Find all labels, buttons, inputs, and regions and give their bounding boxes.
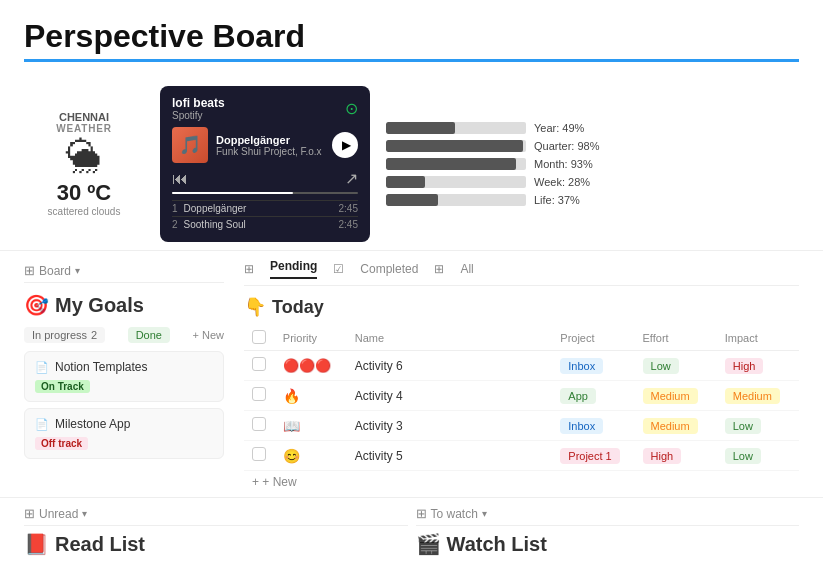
weather-city: CHENNAI — [59, 111, 109, 123]
row-priority: 😊 — [275, 441, 347, 471]
progress-bar-week-bg — [386, 176, 526, 188]
goal-doc-icon: 📄 — [35, 418, 49, 431]
spotify-art-row: 🎵 Doppelgänger Funk Shui Project, F.o.x … — [172, 127, 358, 163]
goals-title-text: My Goals — [55, 294, 144, 317]
read-list-icon: 📕 — [24, 532, 49, 556]
list-item: 1 Doppelgänger 2:45 — [172, 200, 358, 216]
sidebar: ⊞ Board ▾ 🎯 My Goals In progress 2 Done … — [24, 259, 224, 493]
impact-tag: High — [725, 358, 764, 374]
tabs-row: ⊞ Pending ☑ Completed ⊞ All — [244, 259, 799, 286]
music-note-icon: 🎵 — [179, 134, 201, 156]
new-goal-button[interactable]: + New — [192, 329, 224, 341]
spotify-current-artist: Funk Shui Project, F.o.x — [216, 146, 324, 157]
sidebar-header: ⊞ Board ▾ — [24, 259, 224, 283]
row-checkbox[interactable] — [252, 387, 266, 401]
row-name[interactable]: Activity 4 — [347, 381, 553, 411]
tab-all[interactable]: All — [460, 262, 473, 276]
row-project: Inbox — [552, 411, 634, 441]
row-priority: 📖 — [275, 411, 347, 441]
progress-label-year: Year: 49% — [534, 122, 614, 134]
tasks-area: ⊞ Pending ☑ Completed ⊞ All 👇 Today Prio… — [244, 259, 799, 493]
effort-tag: High — [643, 448, 682, 464]
track-time: 2:45 — [339, 219, 358, 230]
row-impact: Medium — [717, 381, 799, 411]
spotify-tracklist: 1 Doppelgänger 2:45 2 Soothing Soul 2:45 — [172, 200, 358, 232]
in-progress-count: 2 — [91, 329, 97, 341]
progress-bar-year-fill — [386, 122, 455, 134]
track-number: 2 — [172, 219, 178, 230]
row-project: Inbox — [552, 351, 634, 381]
priority-indicator: 🔥 — [283, 388, 300, 404]
row-impact: Low — [717, 441, 799, 471]
row-checkbox[interactable] — [252, 447, 266, 461]
new-label: + New — [262, 475, 296, 489]
row-checkbox[interactable] — [252, 357, 266, 371]
weather-icon: 🌦 — [66, 136, 102, 178]
goal-name: Milestone App — [55, 417, 130, 431]
today-label: Today — [272, 297, 324, 318]
activities-table: Priority Name Project Effort Impact — [244, 326, 799, 471]
watch-list-icon: 🎬 — [416, 532, 441, 556]
unread-label: Unread — [39, 507, 78, 521]
read-list-header: ⊞ Unread ▾ — [24, 506, 408, 526]
priority-indicator: 🔴🔴🔴 — [283, 358, 331, 373]
effort-col-label: Effort — [643, 332, 669, 344]
completed-tab-icon: ☑ — [333, 262, 344, 276]
spotify-progress-fill — [172, 192, 293, 194]
goals-status-row: In progress 2 Done + New — [24, 327, 224, 343]
row-name[interactable]: Activity 3 — [347, 411, 553, 441]
goal-item-notion: 📄 Notion Templates On Track — [24, 351, 224, 402]
status-badge: Off track — [35, 437, 88, 450]
impact-col-label: Impact — [725, 332, 758, 344]
spotify-progress-bar — [172, 192, 358, 194]
row-project: Project 1 — [552, 441, 634, 471]
tab-completed[interactable]: Completed — [360, 262, 418, 276]
tab-pending[interactable]: Pending — [270, 259, 317, 279]
weather-temp: 30 ºC — [57, 180, 112, 206]
weather-label: WEATHER — [56, 123, 111, 134]
spotify-current-track: Doppelgänger — [216, 134, 324, 146]
watch-list-section: ⊞ To watch ▾ 🎬 Watch List — [416, 506, 800, 564]
play-icon: ▶ — [342, 138, 351, 152]
progress-row-life: Life: 37% — [386, 194, 646, 206]
spotify-play-button[interactable]: ▶ — [332, 132, 358, 158]
progress-widget: Year: 49% Quarter: 98% Month: 93% Week: … — [386, 122, 646, 206]
row-name[interactable]: Activity 6 — [347, 351, 553, 381]
read-list-section: ⊞ Unread ▾ 📕 Read List Read? Title — [24, 506, 408, 564]
progress-bar-life-bg — [386, 194, 526, 206]
impact-tag: Medium — [725, 388, 780, 404]
project-tag: Project 1 — [560, 448, 619, 464]
project-col-label: Project — [560, 332, 594, 344]
effort-tag: Medium — [643, 388, 698, 404]
table-icon: ⊞ — [24, 506, 35, 521]
top-widgets-row: CHENNAI WEATHER 🌦 30 ºC scattered clouds… — [0, 78, 823, 251]
track-name: Soothing Soul — [184, 219, 339, 230]
row-checkbox[interactable] — [252, 417, 266, 431]
row-priority: 🔴🔴🔴 — [275, 351, 347, 381]
row-effort: High — [635, 441, 717, 471]
prev-icon[interactable]: ⏮ — [172, 170, 188, 188]
col-header-priority: Priority — [275, 326, 347, 351]
progress-label-life: Life: 37% — [534, 194, 614, 206]
table-row: 😊 Activity 5 Project 1 High Low — [244, 441, 799, 471]
main-content: ⊞ Board ▾ 🎯 My Goals In progress 2 Done … — [0, 259, 823, 493]
track-name: Doppelgänger — [184, 203, 339, 214]
project-tag: Inbox — [560, 418, 603, 434]
table-row: 📖 Activity 3 Inbox Medium Low — [244, 411, 799, 441]
row-project: App — [552, 381, 634, 411]
goal-doc-icon: 📄 — [35, 361, 49, 374]
read-list-title: 📕 Read List — [24, 532, 408, 556]
project-tag: Inbox — [560, 358, 603, 374]
progress-bar-month-bg — [386, 158, 526, 170]
spotify-track-title: lofi beats — [172, 96, 225, 110]
watch-list-title: 🎬 Watch List — [416, 532, 800, 556]
row-name[interactable]: Activity 5 — [347, 441, 553, 471]
progress-row-week: Week: 28% — [386, 176, 646, 188]
to-watch-label: To watch — [431, 507, 478, 521]
new-activity-button[interactable]: + + New — [244, 471, 799, 493]
progress-bar-quarter-fill — [386, 140, 523, 152]
done-badge[interactable]: Done — [128, 327, 170, 343]
select-all-checkbox[interactable] — [252, 330, 266, 344]
share-icon[interactable]: ↗ — [345, 169, 358, 188]
impact-tag: Low — [725, 418, 761, 434]
